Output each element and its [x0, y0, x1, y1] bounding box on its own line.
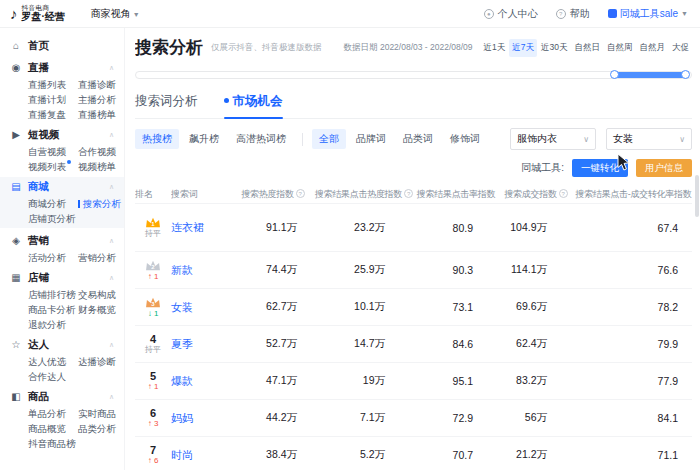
sidebar-group-items: 单品分析实时商品商品概览品类分析抖音商品榜 — [0, 406, 124, 451]
sidebar-item-label: 店铺页分析 — [28, 213, 76, 224]
info-icon[interactable]: ? — [296, 189, 305, 198]
sidebar-item-活动分析[interactable]: 活动分析 — [28, 250, 78, 265]
slider-selected-range[interactable] — [614, 72, 686, 78]
info-icon[interactable]: ? — [559, 189, 568, 198]
keyword-link[interactable]: 妈妈 — [171, 411, 233, 426]
brand-logo[interactable]: ♪ 抖音电商 罗盘·经营 — [10, 5, 65, 22]
rank-tab-热搜榜[interactable]: 热搜榜 — [135, 129, 179, 149]
sidebar-group-label: 商城 — [28, 180, 49, 194]
sidebar-item-搜索分析[interactable]: 搜索分析 — [78, 196, 125, 211]
keyword-link[interactable]: 连衣裙 — [171, 220, 233, 235]
rank-tab-飙升榜[interactable]: 飙升榜 — [182, 129, 226, 149]
range-pill-近30天[interactable]: 近30天 — [538, 39, 570, 57]
tab-搜索词分析[interactable]: 搜索词分析 — [135, 93, 198, 118]
tab-市场机会[interactable]: 市场机会 — [224, 93, 283, 118]
sidebar-group-talent: ☆达人∧达人优选达播诊断合作达人 — [0, 335, 124, 384]
用户信息-button[interactable]: 用户信息 — [636, 159, 692, 177]
table-row[interactable]: 6↑ 3妈妈44.2万7.1万72.956万84.1 — [135, 399, 692, 436]
sidebar-item-商城分析[interactable]: 商城分析 — [28, 196, 78, 211]
merchant-view-switch[interactable]: 商家视角▼ — [91, 7, 140, 21]
table-row[interactable]: 2↑ 1新款74.4万25.9万90.3114.1万76.6 — [135, 251, 692, 288]
sidebar-item-label: 直播计划 — [28, 94, 66, 105]
sidebar-item-实时商品[interactable]: 实时商品 — [78, 406, 125, 421]
word-tab-全部[interactable]: 全部 — [312, 129, 346, 149]
slider-handle-left[interactable] — [610, 70, 619, 79]
range-pill-自然月[interactable]: 自然月 — [637, 39, 669, 57]
rank-tab-高潜热词榜[interactable]: 高潜热词榜 — [229, 129, 293, 149]
help-link[interactable]: ? 帮助 — [556, 7, 590, 21]
sidebar-item-合作达人[interactable]: 合作达人 — [28, 369, 78, 384]
keyword-link[interactable]: 女装 — [171, 300, 233, 315]
sidebar-item-达人优选[interactable]: 达人优选 — [28, 354, 78, 369]
subcategory-select[interactable]: 女装 ∨ — [606, 128, 692, 150]
sidebar-item-单品分析[interactable]: 单品分析 — [28, 406, 78, 421]
sidebar-item-店铺排行榜[interactable]: 店铺排行榜 — [28, 287, 78, 302]
sidebar-group-header-home[interactable]: ⌂首页 — [0, 36, 124, 55]
talent-icon: ☆ — [10, 339, 22, 350]
sidebar-item-label: 交易构成 — [78, 289, 116, 300]
sidebar-item-财务概览[interactable]: 财务概览 — [78, 302, 125, 317]
range-pill-自然周[interactable]: 自然周 — [604, 39, 636, 57]
sidebar-item-视频列表[interactable]: 视频列表 — [28, 159, 78, 174]
date-range-slider[interactable] — [135, 71, 692, 79]
sidebar-item-交易构成[interactable]: 交易构成 — [78, 287, 125, 302]
range-pill-大促[interactable]: 大促 — [669, 39, 692, 57]
range-pill-近7天[interactable]: 近7天 — [509, 39, 537, 57]
sidebar-item-店铺页分析[interactable]: 店铺页分析 — [28, 211, 78, 226]
sidebar-item-直播计划[interactable]: 直播计划 — [28, 92, 78, 107]
sidebar-group-header-talent[interactable]: ☆达人∧ — [0, 335, 124, 354]
city-tools-link[interactable]: 同城工具sale ▼ — [608, 7, 688, 21]
sidebar-item-商品卡分析[interactable]: 商品卡分析 — [28, 302, 78, 317]
sidebar-item-合作视频[interactable]: 合作视频 — [78, 144, 125, 159]
slider-handle-right[interactable] — [681, 70, 690, 79]
sidebar-item-直播诊断[interactable]: 直播诊断 — [78, 77, 125, 92]
table-row[interactable]: 7↑ 6时尚38.4万5.2万70.721.2万71.1 — [135, 436, 692, 470]
rank-trend: ↑ 3 — [148, 420, 159, 429]
sidebar-group-header-mall[interactable]: ▤商城∧ — [0, 177, 124, 196]
personal-center-link[interactable]: ● 个人中心 — [484, 7, 538, 21]
range-pill-近1天[interactable]: 近1天 — [481, 39, 509, 57]
sidebar-item-直播列表[interactable]: 直播列表 — [28, 77, 78, 92]
info-icon[interactable]: ? — [404, 189, 413, 198]
marketing-icon: ◈ — [10, 235, 22, 246]
sidebar-item-直播榜单[interactable]: 直播榜单 — [78, 107, 125, 122]
sidebar-group-header-live[interactable]: ◉直播∧ — [0, 58, 124, 77]
metric-value: 62.4万 — [497, 337, 575, 351]
table-row[interactable]: 1持平连衣裙91.1万23.2万80.9104.9万67.4 — [135, 203, 692, 251]
table-row[interactable]: 4持平夏季52.7万14.7万84.662.4万79.9 — [135, 325, 692, 362]
rank-trend: 持平 — [145, 346, 161, 355]
sidebar-group-header-marketing[interactable]: ◈营销∧ — [0, 231, 124, 250]
table-row[interactable]: 3↓ 1女装62.7万10.1万73.169.6万78.2 — [135, 288, 692, 325]
sidebar-item-自营视频[interactable]: 自营视频 — [28, 144, 78, 159]
sidebar-group-items: 达人优选达播诊断合作达人 — [0, 354, 124, 384]
sidebar-item-主播分析[interactable]: 主播分析 — [78, 92, 125, 107]
sidebar-item-营销分析[interactable]: 营销分析 — [78, 250, 125, 265]
keyword-link[interactable]: 夏季 — [171, 337, 233, 352]
sidebar-group-home: ⌂首页 — [0, 36, 124, 55]
scrollbar-thumb[interactable] — [695, 175, 699, 217]
sidebar-item-品类分析[interactable]: 品类分析 — [78, 421, 125, 436]
sidebar-item-达播诊断[interactable]: 达播诊断 — [78, 354, 125, 369]
keyword-link[interactable]: 时尚 — [171, 448, 233, 463]
keyword-link[interactable]: 新款 — [171, 263, 233, 278]
sidebar-item-视频榜单[interactable]: 视频榜单 — [78, 159, 125, 174]
word-tab-修饰词[interactable]: 修饰词 — [443, 129, 487, 149]
一键转化-button[interactable]: 一键转化 — [572, 159, 628, 177]
word-tab-品牌词[interactable]: 品牌词 — [349, 129, 393, 149]
sidebar-item-label: 退款分析 — [28, 319, 66, 330]
sidebar-group-header-goods[interactable]: ◧商品∧ — [0, 387, 124, 406]
range-pill-自然日[interactable]: 自然日 — [572, 39, 604, 57]
category-select[interactable]: 服饰内衣 ∨ — [510, 128, 596, 150]
merchant-view-label: 商家视角 — [91, 8, 131, 19]
word-tab-品类词[interactable]: 品类词 — [396, 129, 440, 149]
table-row[interactable]: 5↑ 1爆款47.1万19万95.183.2万77.9 — [135, 362, 692, 399]
sidebar-item-label: 合作达人 — [28, 371, 66, 382]
sidebar-group-header-video[interactable]: ▶短视频∧ — [0, 125, 124, 144]
sidebar-item-退款分析[interactable]: 退款分析 — [28, 317, 78, 332]
sidebar-item-直播复盘[interactable]: 直播复盘 — [28, 107, 78, 122]
keyword-link[interactable]: 爆款 — [171, 374, 233, 389]
sidebar-item-抖音商品榜[interactable]: 抖音商品榜 — [28, 436, 78, 451]
sidebar-item-商品概览[interactable]: 商品概览 — [28, 421, 78, 436]
sidebar-group-header-shop[interactable]: ▦店铺∧ — [0, 268, 124, 287]
rank-cell: 4持平 — [135, 333, 171, 355]
